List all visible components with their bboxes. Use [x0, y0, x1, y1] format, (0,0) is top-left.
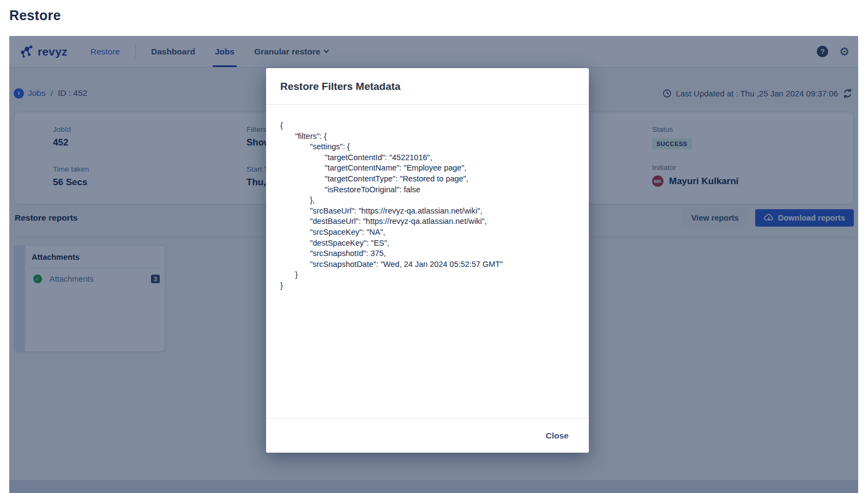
json-line: "settings": {: [280, 142, 575, 153]
json-line: "targetContentType": "Restored to page",: [280, 174, 575, 185]
modal-title: Restore Filters Metadata: [280, 81, 401, 93]
modal-footer: Close: [266, 418, 589, 453]
json-line: "targetContentName": "Employee page",: [280, 163, 575, 174]
json-line: "filters": {: [280, 131, 575, 142]
json-line: }: [280, 270, 575, 281]
json-line: "srcBaseUrl": "https://revyz-qa.atlassia…: [280, 206, 575, 217]
json-line: "targetContentId": "45221016",: [280, 153, 575, 163]
modal-header: Restore Filters Metadata: [266, 68, 589, 105]
page-title: Restore: [9, 8, 61, 23]
json-line: "srcSnapshotId": 375,: [280, 248, 575, 259]
json-line: "isRestoreToOriginal": false: [280, 185, 575, 196]
json-line: "destSpaceKey": "ES",: [280, 238, 575, 249]
json-line: "destBaseUrl": "https://revyz-qa.atlassi…: [280, 216, 575, 227]
modal-json: {"filters": {"settings": {"targetContent…: [266, 105, 589, 418]
restore-filters-metadata-modal: Restore Filters Metadata {"filters": {"s…: [266, 68, 589, 453]
json-line: "srcSpaceKey": "NA",: [280, 227, 575, 238]
json-line: "srcSnapshotDate": "Wed, 24 Jan 2024 05:…: [280, 259, 575, 270]
json-line: },: [280, 195, 575, 206]
close-button[interactable]: Close: [546, 431, 569, 441]
json-line: }: [280, 281, 575, 291]
json-line: {: [280, 120, 575, 131]
